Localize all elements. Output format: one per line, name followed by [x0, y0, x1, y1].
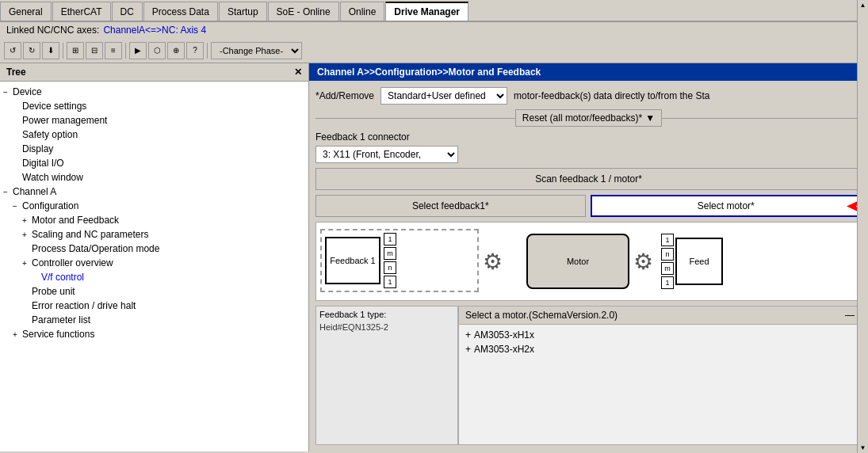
reset-dropdown-arrow[interactable]: ▼ [645, 112, 655, 124]
tree-item-parameter-list[interactable]: Parameter list [0, 313, 308, 327]
select-feedback-button[interactable]: Select feedback1* [315, 195, 586, 217]
tree-item-motor-feedback[interactable]: + Motor and Feedback [0, 213, 308, 227]
linked-label: Linked NC/CNC axes: [6, 25, 99, 36]
tab-dc[interactable]: DC [112, 2, 143, 21]
popup-tree-item-1[interactable]: + AM3053-xH2x [462, 342, 858, 356]
scan-btn-row: Scan feedback 1 / motor* [315, 168, 862, 190]
tab-drive-manager[interactable]: Drive Manager [385, 2, 468, 21]
reset-row: Reset (all motor/feedbacks)* ▼ [315, 109, 862, 127]
toolbar-sep-2 [125, 43, 126, 59]
right-n: n [661, 248, 674, 261]
feedback-section: Feedback 1 connector 3: X11 (Front, Enco… [315, 131, 862, 163]
right-panel: Channel A>>Configuration>>Motor and Feed… [309, 63, 868, 451]
tree-item-controller-overview[interactable]: + Controller overview [0, 256, 308, 270]
right-m: m [661, 262, 674, 275]
toolbar-sep-3 [207, 43, 208, 59]
linked-value[interactable]: ChannelA<=>NC: Axis 4 [103, 25, 206, 36]
tab-process-data[interactable]: Process Data [143, 2, 218, 21]
tab-online[interactable]: Online [340, 2, 385, 21]
popup-scrollbar[interactable]: ▲ ▼ [857, 306, 862, 445]
toolbar-btn-1[interactable]: ↺ [4, 42, 21, 59]
tree-item-watch-window[interactable]: Watch window [0, 170, 308, 185]
tree-header: Tree ✕ [0, 63, 308, 82]
toolbar-btn-7[interactable]: ▶ [129, 42, 147, 59]
diagram-area: Feedback 1 1 m n 1 ⚙ Motor [315, 222, 862, 301]
controller-overview-label: Controller overview [32, 257, 113, 268]
tree-title: Tree [6, 67, 26, 78]
feedback1-block: Feedback 1 [325, 237, 380, 284]
tab-bar: General EtherCAT DC Process Data Startup… [0, 0, 868, 22]
motor-and-feedback-label: Motor and Feedback [32, 215, 119, 226]
reset-line-right [662, 118, 862, 119]
select-buttons-container: Select feedback1* Select motor* ➤ [315, 195, 862, 217]
toolbar-btn-5[interactable]: ⊟ [86, 42, 103, 59]
tree-content: − Device Device settings Power managemen… [0, 82, 308, 451]
add-remove-row: *Add/Remove Standard+User defined motor-… [315, 87, 862, 105]
toolbar-btn-8[interactable]: ⬡ [148, 42, 166, 59]
reset-button[interactable]: Reset (all motor/feedbacks)* ▼ [515, 109, 662, 127]
change-phase-dropdown[interactable]: -Change Phase- [211, 42, 302, 59]
connector-left-icon: ⚙ [483, 249, 503, 275]
motor-area: Motor [526, 234, 629, 289]
right-side-blocks: 1 n m 1 Feed [661, 234, 723, 289]
tab-soe-online[interactable]: SoE - Online [268, 2, 339, 21]
select-motor-button[interactable]: Select motor* [591, 195, 862, 217]
tree-item-device-settings[interactable]: Device settings [0, 99, 308, 113]
toolbar-sep-1 [63, 43, 63, 59]
add-remove-dropdown[interactable]: Standard+User defined [380, 87, 507, 105]
tree-item-channel-a[interactable]: − Channel A [0, 185, 308, 199]
error-reaction-label: Error reaction / drive halt [32, 300, 136, 311]
n-indicator: n [384, 261, 396, 274]
popup-close-button[interactable]: — [845, 310, 855, 321]
toolbar-btn-help[interactable]: ? [186, 42, 204, 59]
feedback-connector-label: Feedback 1 connector [315, 131, 862, 143]
tree-panel: Tree ✕ − Device Device settings Power ma… [0, 63, 309, 451]
scrollbar-down-arrow[interactable]: ▼ [860, 444, 862, 445]
toolbar-btn-3[interactable]: ⬇ [42, 42, 59, 59]
toolbar-btn-9[interactable]: ⊕ [167, 42, 185, 59]
linked-bar: Linked NC/CNC axes: ChannelA<=>NC: Axis … [0, 22, 868, 38]
popup-tree-item-0[interactable]: + AM3053-xH1x [462, 328, 858, 342]
tree-item-vf-control[interactable]: V/f control [0, 270, 308, 284]
feedback-connector-dropdown[interactable]: 3: X11 (Front, Encoder, [315, 146, 458, 163]
m-indicator: m [384, 247, 396, 260]
tree-item-digital-io[interactable]: Digital I/O [0, 156, 308, 170]
tree-item-service-functions[interactable]: + Service functions [0, 327, 308, 341]
tree-close-button[interactable]: ✕ [294, 67, 302, 78]
tab-general[interactable]: General [0, 2, 52, 21]
toolbar: ↺ ↻ ⬇ ⊞ ⊟ ≡ ▶ ⬡ ⊕ ? -Change Phase- [0, 38, 868, 63]
tree-item-probe-unit[interactable]: Probe unit [0, 284, 308, 299]
tree-item-power-management[interactable]: Power management [0, 113, 308, 128]
toolbar-btn-4[interactable]: ⊞ [67, 42, 84, 59]
safety-option-label: Safety option [22, 129, 78, 140]
tree-item-process-data[interactable]: Process Data/Operation mode [0, 242, 308, 256]
feed-block: Feed [675, 238, 723, 285]
toolbar-btn-2[interactable]: ↻ [23, 42, 40, 59]
feedback-type-value: Heid#EQN1325-2 [319, 322, 454, 332]
popup-content: + AM3053-xH1x + AM3053-xH2x [459, 325, 861, 444]
content-area: *Add/Remove Standard+User defined motor-… [309, 81, 868, 451]
channel-header: Channel A>>Configuration>>Motor and Feed… [309, 63, 868, 81]
device-settings-label: Device settings [22, 101, 86, 112]
tab-startup[interactable]: Startup [219, 2, 267, 21]
tree-item-device[interactable]: − Device [0, 85, 308, 99]
tree-item-display[interactable]: Display [0, 142, 308, 156]
scan-feedback-button[interactable]: Scan feedback 1 / motor* [315, 168, 862, 190]
tree-item-configuration[interactable]: − Configuration [0, 199, 308, 213]
top-1-indicator: 1 [384, 233, 396, 246]
tree-item-scaling[interactable]: + Scaling and NC parameters [0, 227, 308, 242]
feedback-type-box: Feedback 1 type: Heid#EQN1325-2 [315, 306, 458, 445]
motor-block: Motor [526, 234, 629, 289]
right-1-top: 1 [661, 234, 674, 246]
tree-item-error-reaction[interactable]: Error reaction / drive halt [0, 299, 308, 313]
main-layout: Tree ✕ − Device Device settings Power ma… [0, 63, 868, 451]
right-1-bot: 1 [661, 276, 674, 289]
connector-right-icon: ⚙ [633, 249, 653, 275]
add-remove-label: *Add/Remove [315, 90, 374, 101]
tree-item-safety-option[interactable]: Safety option [0, 128, 308, 142]
tab-ethercat[interactable]: EtherCAT [52, 2, 111, 21]
popup-header: Select a motor.(SchemaVersion.2.0) — [459, 306, 861, 325]
add-remove-description: motor-feedback(s) data directly to/from … [514, 90, 709, 101]
toolbar-btn-6[interactable]: ≡ [105, 42, 122, 59]
mn-block-right: 1 n m 1 [661, 234, 674, 289]
